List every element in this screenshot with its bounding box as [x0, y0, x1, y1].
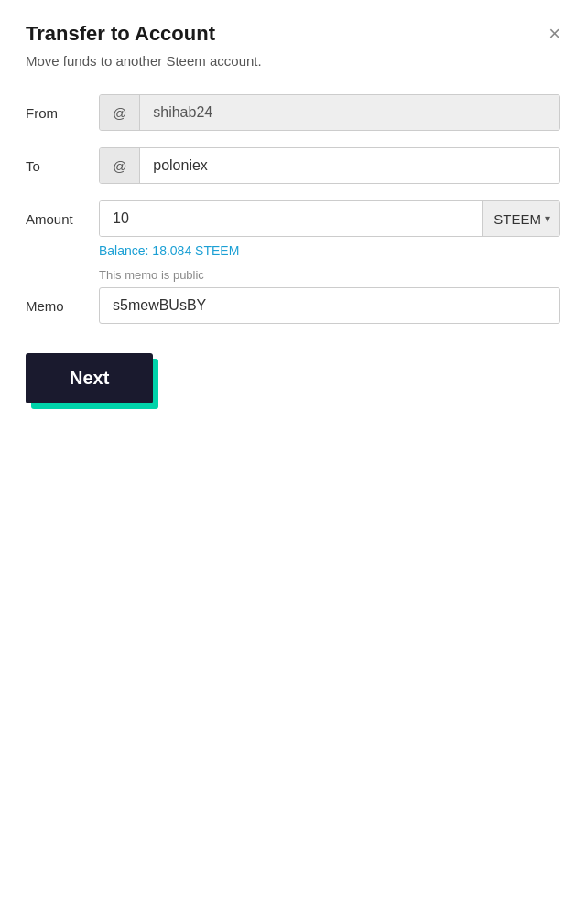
to-row: To @ — [26, 147, 560, 184]
memo-label: Memo — [26, 298, 99, 314]
currency-label: STEEM — [494, 211, 541, 227]
modal-container: Transfer to Account × Move funds to anot… — [0, 0, 586, 924]
memo-row: Memo — [26, 287, 560, 324]
from-input-wrapper: @ — [99, 94, 560, 131]
memo-hint: This memo is public — [99, 268, 560, 282]
balance-text[interactable]: Balance: 18.084 STEEM — [99, 243, 239, 258]
from-prefix-icon: @ — [100, 95, 140, 130]
amount-input[interactable] — [100, 201, 482, 236]
amount-label: Amount — [26, 211, 99, 227]
next-button[interactable]: Next — [26, 353, 153, 403]
currency-select-wrapper[interactable]: STEEM ▾ — [482, 201, 559, 236]
modal-header: Transfer to Account × — [26, 22, 560, 46]
from-row: From @ — [26, 94, 560, 131]
modal-subtitle: Move funds to another Steem account. — [26, 53, 560, 69]
currency-dropdown-icon: ▾ — [545, 212, 550, 225]
memo-input[interactable] — [99, 287, 560, 324]
from-input — [140, 95, 559, 130]
from-label: From — [26, 105, 99, 121]
amount-input-wrapper: STEEM ▾ — [99, 200, 560, 237]
to-input-wrapper: @ — [99, 147, 560, 184]
balance-row: Balance: 18.084 STEEM — [99, 242, 560, 259]
modal-title: Transfer to Account — [26, 22, 215, 46]
to-input[interactable] — [140, 148, 559, 183]
next-button-wrapper: Next — [26, 353, 153, 403]
amount-row: Amount STEEM ▾ — [26, 200, 560, 237]
to-prefix-icon: @ — [100, 148, 140, 183]
close-button[interactable]: × — [548, 24, 560, 44]
to-label: To — [26, 158, 99, 174]
